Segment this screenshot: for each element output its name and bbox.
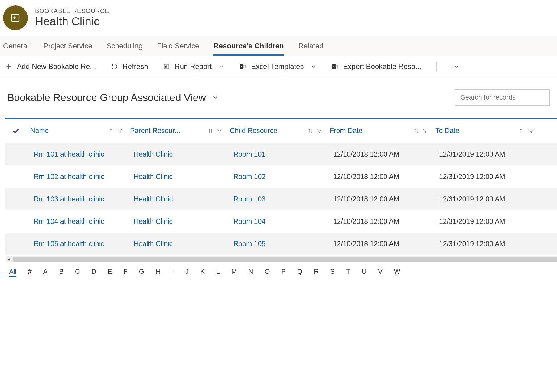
index-h[interactable]: H [156,268,161,277]
tab-scheduling[interactable]: Scheduling [107,37,143,55]
column-header-child-resource[interactable]: Child Resource [226,127,326,135]
index-g[interactable]: G [139,268,144,277]
cell-link[interactable]: Health Clinic [130,150,176,158]
svg-rect-7 [335,65,337,66]
column-label: To Date [435,127,515,135]
cell-link[interactable]: Health Clinic [130,217,176,226]
index-s[interactable]: S [330,268,335,277]
cell-link[interactable]: Rm 103 at health clinic [30,195,108,203]
index-w[interactable]: W [394,268,400,277]
cell-link[interactable]: Room 104 [230,217,269,226]
table-row[interactable]: Rm 104 at health clinicHealth ClinicRoom… [5,210,557,233]
column-header-parent-resource[interactable]: Parent Resour... [126,127,226,135]
chevron-down-icon [453,63,460,70]
scroll-thumb[interactable] [13,257,557,262]
tab-strip: GeneralProject ServiceSchedulingField Se… [0,36,557,56]
table-row[interactable]: Rm 105 at health clinicHealth ClinicRoom… [5,233,557,255]
run-report-label: Run Report [175,62,212,71]
filter-icon[interactable] [528,128,534,134]
excel-templates-button[interactable]: Excel Templates [239,62,316,71]
column-header-to-date[interactable]: To Date [432,127,538,135]
table-row[interactable]: Rm 101 at health clinicHealth ClinicRoom… [5,143,557,165]
index-i[interactable]: I [172,268,174,277]
index-d[interactable]: D [91,268,96,277]
cell-link[interactable]: Health Clinic [130,195,176,203]
cell-text: 12/31/2019 12:00 AM [435,173,509,181]
search-input[interactable] [455,89,550,106]
index-p[interactable]: P [281,268,286,277]
index-q[interactable]: Q [297,268,302,277]
cell-link[interactable]: Rm 101 at health clinic [30,150,108,158]
cell-link[interactable]: Room 101 [230,150,269,158]
select-all-column[interactable] [5,127,27,135]
check-icon [12,127,20,135]
refresh-button[interactable]: Refresh [111,62,148,71]
filter-icon[interactable] [117,128,123,134]
table-row[interactable]: Rm 102 at health clinicHealth ClinicRoom… [5,165,557,188]
svg-rect-2 [240,64,243,69]
sort-icon [307,128,313,134]
filter-icon[interactable] [217,128,223,134]
add-new-bookable-resource-button[interactable]: Add New Bookable Re... [5,62,96,71]
index-u[interactable]: U [362,268,366,277]
cell-text: 12/31/2019 12:00 AM [435,195,509,203]
index-t[interactable]: T [346,268,350,277]
cell-link[interactable]: Rm 105 at health clinic [30,240,108,248]
index-v[interactable]: V [378,268,383,277]
column-header-from-date[interactable]: From Date [326,127,432,135]
run-report-button[interactable]: Run Report [163,62,225,71]
index-#[interactable]: # [28,268,31,277]
view-header: Bookable Resource Group Associated View [0,77,557,112]
filter-icon[interactable] [422,128,428,134]
index-f[interactable]: F [124,268,128,277]
index-all[interactable]: All [9,268,16,277]
cell-link[interactable]: Room 105 [230,240,269,248]
index-b[interactable]: B [59,268,64,277]
tab-project-service[interactable]: Project Service [43,37,92,55]
index-r[interactable]: R [314,268,319,277]
sort-icon [519,128,525,134]
view-selector[interactable]: Bookable Resource Group Associated View [7,92,219,103]
tab-resource-s-children[interactable]: Resource's Children [213,37,284,55]
horizontal-scrollbar[interactable]: ◄ [6,256,557,262]
chevron-down-icon [310,63,317,70]
export-button[interactable]: Export Bookable Reso... [332,62,422,71]
index-l[interactable]: L [216,268,220,277]
chevron-down-icon [218,63,224,70]
index-j[interactable]: J [185,268,189,277]
index-o[interactable]: O [265,268,270,277]
svg-rect-5 [243,67,246,68]
cell-text: 12/10/2018 12:00 AM [330,195,403,203]
entity-label: BOOKABLE RESOURCE [35,8,109,15]
tab-field-service[interactable]: Field Service [157,37,199,55]
index-k[interactable]: K [200,268,205,277]
cell-link[interactable]: Health Clinic [130,173,176,181]
tab-related[interactable]: Related [298,37,324,55]
sort-asc-icon [108,128,114,134]
tab-general[interactable]: General [3,37,29,55]
cell-link[interactable]: Health Clinic [130,240,176,248]
column-header-name[interactable]: Name [27,127,126,135]
sort-icon [207,128,213,134]
excel-icon [239,63,246,70]
filter-icon[interactable] [316,128,322,134]
data-grid: Name Parent Resour... Child Resource [5,118,557,255]
refresh-label: Refresh [122,62,148,71]
command-separator [436,62,437,71]
cell-link[interactable]: Rm 104 at health clinic [30,217,108,226]
index-e[interactable]: E [108,268,112,277]
index-m[interactable]: M [231,268,237,277]
index-n[interactable]: N [248,268,253,277]
cell-link[interactable]: Room 103 [230,195,269,203]
svg-rect-4 [243,66,246,67]
scroll-left-arrow-icon[interactable]: ◄ [7,257,11,262]
entity-icon [3,5,28,30]
cell-link[interactable]: Rm 102 at health clinic [30,173,108,181]
index-c[interactable]: C [75,268,80,277]
column-label: Parent Resour... [130,127,204,135]
excel-templates-label: Excel Templates [251,62,304,71]
overflow-menu-button[interactable] [452,63,460,70]
table-row[interactable]: Rm 103 at health clinicHealth ClinicRoom… [5,188,557,210]
index-a[interactable]: A [43,268,48,277]
cell-link[interactable]: Room 102 [230,173,269,181]
